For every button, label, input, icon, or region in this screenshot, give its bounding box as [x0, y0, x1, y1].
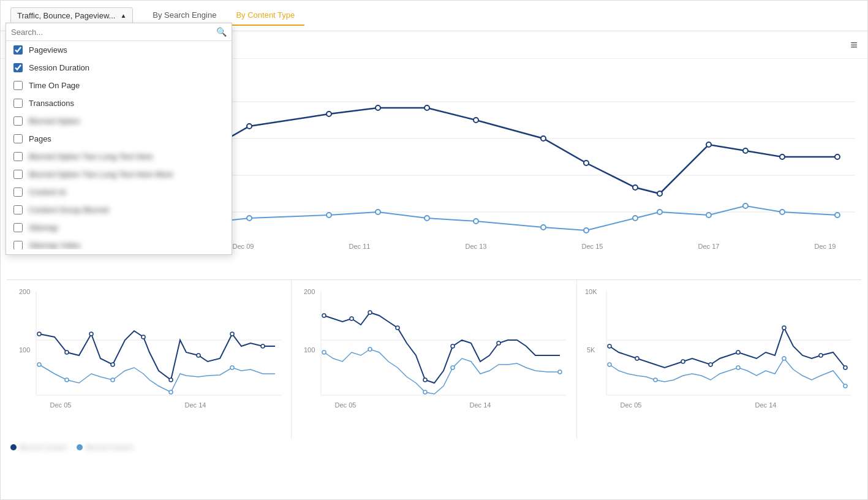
small-chart-pageviews: 200 100 Pageviews [291, 279, 576, 439]
svg-point-55 [230, 332, 234, 336]
label-blurred-6: Sitemap [29, 223, 58, 232]
label-pageviews: Pageviews [29, 45, 67, 55]
svg-point-100 [736, 366, 740, 369]
legend-dot-1 [10, 444, 17, 450]
svg-point-94 [736, 350, 740, 354]
legend-item-1: Blurred Content [10, 444, 67, 451]
checkbox-blurred-2[interactable] [13, 152, 23, 161]
label-blurred-4: Content Id [29, 188, 66, 197]
svg-text:Dec 11: Dec 11 [349, 243, 371, 250]
dropdown-item-pageviews[interactable]: Pageviews [6, 41, 232, 59]
svg-point-74 [423, 378, 427, 382]
svg-text:Dec 05: Dec 05 [335, 401, 357, 409]
svg-point-19 [835, 154, 840, 159]
checkbox-pages[interactable] [13, 134, 23, 143]
svg-point-102 [843, 384, 847, 388]
label-blurred-2: Blurred Option Two Long Text Here [29, 152, 153, 161]
svg-point-15 [657, 191, 662, 196]
checkbox-blurred-1[interactable] [13, 116, 23, 126]
small-chart-session-duration: 10K 5K Session Duration [576, 279, 861, 439]
checkbox-blurred-3[interactable] [13, 170, 23, 179]
dropdown-item-blurred-1[interactable]: Blurred Option [6, 112, 232, 130]
dropdown-item-blurred-7[interactable]: Sitemap Video [6, 237, 232, 249]
dropdown-item-blurred-6[interactable]: Sitemap [6, 219, 232, 237]
checkbox-blurred-4[interactable] [13, 188, 23, 197]
dropdown-item-session-duration[interactable]: Session Duration [6, 59, 232, 77]
checkbox-pageviews[interactable] [13, 45, 23, 55]
chart-legend: Blurred Content Blurred Content [1, 439, 867, 456]
svg-point-76 [497, 341, 500, 345]
svg-point-13 [584, 161, 589, 165]
dropdown-item-time-on-page[interactable]: Time On Page [6, 77, 232, 94]
svg-text:Dec 14: Dec 14 [470, 401, 491, 409]
svg-point-33 [743, 203, 748, 208]
dropdown-item-blurred-2[interactable]: Blurred Option Two Long Text Here [6, 148, 232, 165]
checkbox-blurred-6[interactable] [13, 223, 23, 232]
svg-point-98 [608, 363, 611, 366]
svg-text:200: 200 [19, 288, 30, 295]
svg-point-93 [709, 363, 712, 366]
svg-text:Dec 17: Dec 17 [698, 243, 720, 250]
svg-point-80 [451, 366, 455, 369]
svg-point-75 [451, 344, 455, 348]
checkbox-time-on-page[interactable] [13, 81, 23, 90]
svg-point-72 [368, 311, 372, 314]
main-container: Traffic, Bounce, Pageview... ▲ By Search… [0, 0, 868, 500]
svg-point-71 [350, 317, 353, 320]
label-session-duration: Session Duration [29, 63, 89, 72]
dropdown-button[interactable]: Traffic, Bounce, Pageview... ▲ [10, 7, 133, 24]
svg-point-73 [396, 326, 399, 330]
svg-point-97 [843, 366, 847, 369]
dropdown-item-pages[interactable]: Pages [6, 130, 232, 148]
svg-text:Dec 13: Dec 13 [466, 243, 487, 250]
svg-point-8 [326, 112, 331, 116]
dropdown-item-transactions[interactable]: Transactions [6, 94, 232, 112]
svg-text:10K: 10K [585, 288, 597, 295]
checkbox-blurred-5[interactable] [13, 205, 23, 214]
pageviews-chart-svg: 200 100 Pageviews [296, 285, 571, 420]
dropdown-item-blurred-3[interactable]: Blurred Option Two Long Text Here More [6, 165, 232, 183]
dropdown-overlay: 🔍 Pageviews Session Duration Time On Pag… [6, 23, 232, 255]
svg-point-56 [261, 344, 265, 348]
session-duration-chart-svg: 10K 5K Session Duration [582, 285, 856, 420]
legend-item-2: Blurred Content [77, 444, 133, 451]
svg-point-35 [835, 213, 840, 218]
svg-point-18 [780, 154, 785, 159]
dropdown-search-input[interactable] [11, 28, 216, 37]
svg-point-11 [474, 118, 478, 123]
svg-point-61 [230, 366, 234, 369]
label-transactions: Transactions [29, 99, 74, 108]
dropdown-item-blurred-5[interactable]: Content Group Blurred [6, 201, 232, 219]
legend-label-1: Blurred Content [20, 444, 67, 451]
svg-point-7 [247, 124, 252, 129]
svg-text:Dec 15: Dec 15 [582, 243, 603, 250]
search-icon: 🔍 [216, 27, 227, 37]
svg-point-59 [111, 378, 115, 382]
checkbox-blurred-7[interactable] [13, 241, 23, 249]
svg-point-24 [326, 213, 331, 218]
svg-point-9 [376, 105, 380, 110]
svg-point-54 [197, 354, 200, 357]
svg-point-99 [654, 378, 657, 382]
search-row: 🔍 [6, 23, 232, 41]
small-chart-bounce: 200 100 Bounce [7, 279, 291, 439]
svg-point-14 [633, 185, 638, 190]
svg-text:Dec 14: Dec 14 [185, 401, 206, 409]
svg-point-57 [37, 363, 41, 366]
svg-text:Dec 05: Dec 05 [620, 401, 641, 409]
svg-point-78 [368, 347, 372, 351]
checkbox-transactions[interactable] [13, 99, 23, 108]
svg-point-32 [706, 213, 711, 218]
svg-point-53 [169, 378, 173, 382]
svg-point-92 [681, 360, 685, 363]
label-time-on-page: Time On Page [29, 81, 80, 90]
svg-point-27 [474, 219, 478, 224]
hamburger-icon[interactable]: ≡ [850, 38, 858, 52]
svg-point-30 [633, 216, 638, 221]
dropdown-item-blurred-4[interactable]: Content Id [6, 183, 232, 201]
svg-point-29 [584, 228, 589, 233]
tab-content-type[interactable]: By Content Type [226, 6, 304, 26]
dropdown-label: Traffic, Bounce, Pageview... [17, 11, 115, 20]
svg-text:5K: 5K [587, 346, 595, 354]
checkbox-session-duration[interactable] [13, 63, 23, 72]
